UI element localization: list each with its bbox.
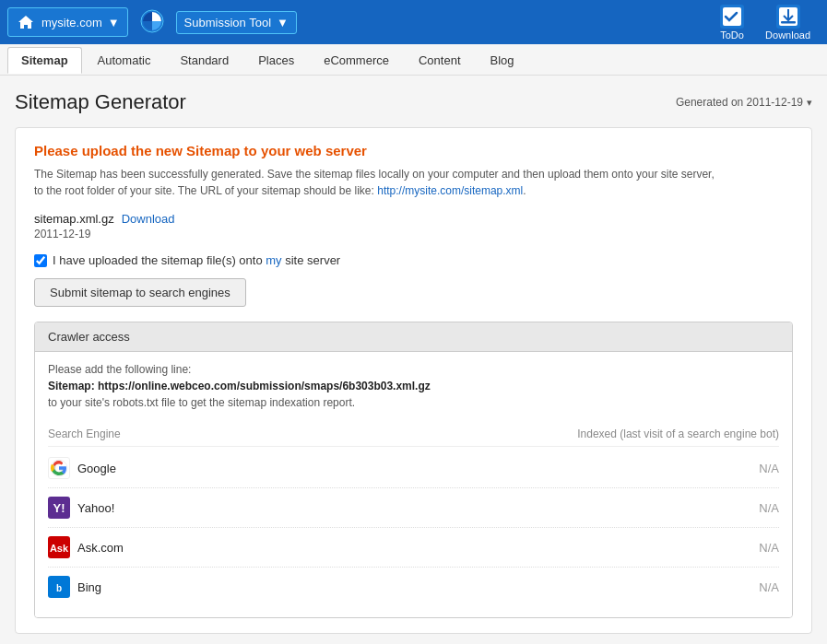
- svg-rect-8: [781, 21, 796, 24]
- svg-text:b: b: [56, 583, 62, 593]
- download-label: Download: [765, 29, 810, 41]
- se-row-ask: Ask Ask.com N/A: [48, 528, 779, 568]
- ask-value: N/A: [759, 541, 779, 555]
- tab-standard[interactable]: Standard: [166, 47, 242, 73]
- site-dropdown-arrow: ▼: [108, 16, 120, 29]
- tool-selector[interactable]: Submission Tool ▼: [176, 11, 297, 34]
- tool-name: Submission Tool: [184, 16, 271, 29]
- todo-label: ToDo: [720, 29, 744, 41]
- tab-ecommerce[interactable]: eCommerce: [310, 47, 403, 73]
- upload-checkbox[interactable]: [34, 254, 47, 267]
- tab-sitemap[interactable]: Sitemap: [7, 47, 82, 74]
- crawler-instruction: Please add the following line:: [48, 363, 779, 376]
- se-row-yahoo: Y! Yahoo! N/A: [48, 488, 779, 528]
- yahoo-value: N/A: [759, 501, 779, 515]
- main-card: Please upload the new Sitemap to your we…: [15, 127, 812, 634]
- alert-text-line1: The Sitemap has been successfully genera…: [34, 168, 715, 181]
- tab-places[interactable]: Places: [244, 47, 308, 73]
- generated-label: Generated on 2011-12-19: [676, 96, 803, 109]
- alert-url-link[interactable]: http://mysite.com/sitemap.xml: [377, 184, 523, 197]
- upload-checkbox-row: I have uploaded the sitemap file(s) onto…: [34, 253, 793, 267]
- crawler-header: Crawler access: [35, 322, 792, 352]
- alert-text: The Sitemap has been successfully genera…: [34, 166, 793, 199]
- svg-text:Ask: Ask: [50, 543, 68, 554]
- se-row-bing: b Bing N/A: [48, 568, 779, 606]
- tab-automatic[interactable]: Automatic: [84, 47, 165, 73]
- top-bar-left: mysite.com ▼ Submission Tool ▼: [7, 7, 297, 37]
- google-value: N/A: [759, 462, 779, 475]
- sitemap-date: 2011-12-19: [34, 228, 793, 240]
- svg-text:Y!: Y!: [53, 501, 65, 515]
- col-engine-label: Search Engine: [48, 427, 121, 440]
- page-header: Sitemap Generator Generated on 2011-12-1…: [15, 90, 812, 114]
- crawler-section: Crawler access Please add the following …: [34, 322, 793, 618]
- tool-dropdown-arrow: ▼: [277, 16, 289, 29]
- bing-value: N/A: [759, 580, 779, 594]
- site-name: mysite.com: [41, 16, 102, 29]
- ask-icon: Ask: [48, 536, 70, 558]
- my-link[interactable]: my: [266, 253, 281, 267]
- house-icon: [16, 12, 36, 32]
- col-indexed-label: Indexed (last visit of a search engine b…: [577, 427, 779, 440]
- google-icon: [48, 457, 70, 479]
- yahoo-icon: Y!: [48, 497, 70, 519]
- se-row-google: Google N/A: [48, 449, 779, 488]
- yahoo-name: Yahoo!: [77, 501, 114, 515]
- site-selector[interactable]: mysite.com ▼: [7, 7, 128, 37]
- sitemap-filename: sitemap.xml.gz: [34, 212, 114, 226]
- top-bar: mysite.com ▼ Submission Tool ▼: [0, 0, 827, 44]
- bing-name: Bing: [77, 580, 101, 594]
- se-left-bing: b Bing: [48, 576, 101, 598]
- main-content: Sitemap Generator Generated on 2011-12-1…: [0, 76, 827, 644]
- se-left-ask: Ask Ask.com: [48, 536, 124, 558]
- upload-label: I have uploaded the sitemap file(s) onto…: [53, 253, 340, 267]
- tab-bar: Sitemap Automatic Standard Places eComme…: [0, 44, 827, 76]
- generated-info[interactable]: Generated on 2011-12-19 ▾: [676, 96, 812, 109]
- ask-name: Ask.com: [77, 541, 124, 555]
- generated-arrow: ▾: [807, 97, 812, 109]
- bing-icon: b: [48, 576, 70, 598]
- crawler-body: Please add the following line: Sitemap: …: [35, 352, 792, 617]
- sitemap-file-row: sitemap.xml.gz Download: [34, 212, 793, 226]
- se-left-google: Google: [48, 457, 116, 479]
- crawler-line: Sitemap: https://online.webceo.com/submi…: [48, 380, 779, 392]
- download-button[interactable]: Download: [756, 0, 820, 44]
- top-bar-right: ToDo Download: [710, 0, 820, 44]
- se-header-row: Search Engine Indexed (last visit of a s…: [48, 422, 779, 447]
- alert-title: Please upload the new Sitemap to your we…: [34, 143, 793, 158]
- se-left-yahoo: Y! Yahoo!: [48, 497, 114, 519]
- alert-text-line2: to the root folder of your site. The URL…: [34, 184, 374, 197]
- crawler-suffix: to your site's robots.txt file to get th…: [48, 396, 779, 409]
- tab-blog[interactable]: Blog: [477, 47, 528, 73]
- todo-icon: [719, 4, 745, 29]
- submit-sitemap-button[interactable]: Submit sitemap to search engines: [34, 278, 246, 307]
- todo-button[interactable]: ToDo: [710, 0, 754, 44]
- google-name: Google: [77, 462, 116, 475]
- download-icon: [775, 4, 801, 29]
- page-title: Sitemap Generator: [15, 90, 186, 114]
- chart-icon: [139, 8, 165, 37]
- sitemap-download-link[interactable]: Download: [122, 212, 175, 226]
- tab-content[interactable]: Content: [405, 47, 475, 73]
